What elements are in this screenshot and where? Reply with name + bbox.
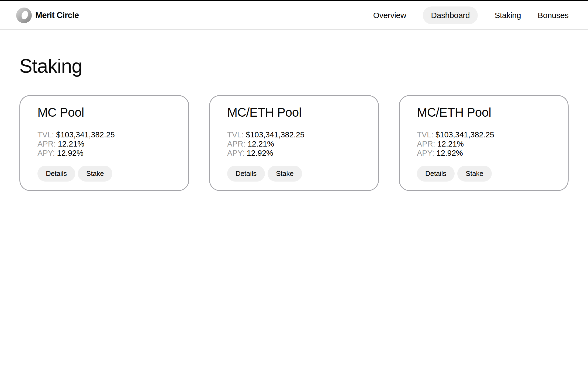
apr-label: APR: xyxy=(417,140,435,148)
pool-actions: Details Stake xyxy=(37,166,171,182)
apr-row: APR:12.21% xyxy=(417,139,551,148)
apy-value: 12.92% xyxy=(247,149,273,157)
apy-label: APY: xyxy=(417,149,434,157)
stake-button[interactable]: Stake xyxy=(268,166,302,182)
tvl-row: TVL:$103,341,382.25 xyxy=(227,130,361,139)
apr-row: APR:12.21% xyxy=(227,139,361,148)
header: Merit Circle Overview Dashboard Staking … xyxy=(0,1,588,30)
nav-item-dashboard[interactable]: Dashboard xyxy=(423,6,478,24)
apy-label: APY: xyxy=(227,149,245,157)
pool-name: MC/ETH Pool xyxy=(417,105,551,120)
apr-label: APR: xyxy=(227,140,245,148)
apr-value: 12.21% xyxy=(248,140,274,148)
apr-value: 12.21% xyxy=(58,140,84,148)
page-title: Staking xyxy=(19,55,569,77)
apr-value: 12.21% xyxy=(437,140,464,148)
tvl-value: $103,341,382.25 xyxy=(246,130,305,139)
pool-card-mc-eth-1: MC/ETH Pool TVL:$103,341,382.25 APR:12.2… xyxy=(209,95,379,191)
stake-button[interactable]: Stake xyxy=(457,166,492,182)
pool-name: MC/ETH Pool xyxy=(227,105,361,120)
apy-row: APY:12.92% xyxy=(227,148,361,158)
pool-stats: TVL:$103,341,382.25 APR:12.21% APY:12.92… xyxy=(37,130,171,158)
pool-actions: Details Stake xyxy=(417,166,551,182)
merit-circle-logo-icon xyxy=(16,8,32,23)
apy-value: 12.92% xyxy=(57,149,84,157)
nav-item-overview[interactable]: Overview xyxy=(373,11,406,20)
main-nav: Overview Dashboard Staking Bonuses xyxy=(373,6,569,24)
tvl-label: TVL: xyxy=(227,130,244,139)
pool-card-mc-eth-2: MC/ETH Pool TVL:$103,341,382.25 APR:12.2… xyxy=(399,95,569,191)
tvl-row: TVL:$103,341,382.25 xyxy=(37,130,171,139)
pool-actions: Details Stake xyxy=(227,166,361,182)
tvl-label: TVL: xyxy=(37,130,54,139)
pool-card-mc: MC Pool TVL:$103,341,382.25 APR:12.21% A… xyxy=(19,95,189,191)
apy-label: APY: xyxy=(37,149,55,157)
apy-row: APY:12.92% xyxy=(417,148,551,158)
apr-row: APR:12.21% xyxy=(37,139,171,148)
nav-item-staking[interactable]: Staking xyxy=(494,11,521,20)
pool-card-list: MC Pool TVL:$103,341,382.25 APR:12.21% A… xyxy=(19,95,569,191)
details-button[interactable]: Details xyxy=(417,166,455,182)
apy-row: APY:12.92% xyxy=(37,148,171,158)
pool-name: MC Pool xyxy=(37,105,171,120)
details-button[interactable]: Details xyxy=(227,166,265,182)
details-button[interactable]: Details xyxy=(37,166,75,182)
apy-value: 12.92% xyxy=(437,149,463,157)
brand-logo[interactable]: Merit Circle xyxy=(16,8,79,23)
brand-name: Merit Circle xyxy=(35,11,79,20)
tvl-label: TVL: xyxy=(417,130,433,139)
tvl-value: $103,341,382.25 xyxy=(435,130,494,139)
tvl-value: $103,341,382.25 xyxy=(56,130,115,139)
main-content: Staking MC Pool TVL:$103,341,382.25 APR:… xyxy=(0,55,588,191)
tvl-row: TVL:$103,341,382.25 xyxy=(417,130,551,139)
apr-label: APR: xyxy=(37,140,56,148)
nav-item-bonuses[interactable]: Bonuses xyxy=(538,11,569,20)
stake-button[interactable]: Stake xyxy=(78,166,112,182)
pool-stats: TVL:$103,341,382.25 APR:12.21% APY:12.92… xyxy=(227,130,361,158)
pool-stats: TVL:$103,341,382.25 APR:12.21% APY:12.92… xyxy=(417,130,551,158)
